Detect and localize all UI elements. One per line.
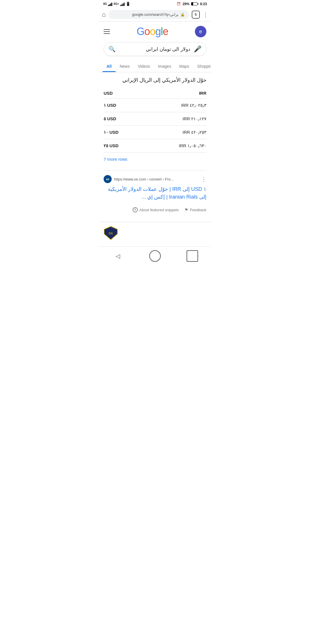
search-bar-wrapper: 🔍 دولار الى تومان ايراني 🎤 xyxy=(99,40,211,61)
about-snippets-label: About featured snippets xyxy=(140,208,179,212)
tab-news[interactable]: News xyxy=(116,61,134,72)
converter-title: حوّل الدولار الأمريكي إلى الريال الإيران… xyxy=(104,77,206,83)
more-rows-link[interactable]: 7 more rows xyxy=(104,153,206,166)
home-button[interactable]: ⌂ xyxy=(102,11,106,18)
question-icon: ? xyxy=(133,207,138,212)
shield-logo: DA xyxy=(104,226,118,240)
bottom-section: DA xyxy=(99,222,211,244)
svg-text:DA: DA xyxy=(109,232,113,235)
signal-bars-1 xyxy=(108,2,112,6)
url-bar[interactable]: 🔒 google.com/search?q=يراني xyxy=(108,10,189,19)
result-menu-button[interactable]: ⋮ xyxy=(201,176,206,183)
lock-icon: 🔒 xyxy=(180,12,185,17)
network-4g-1: 4G xyxy=(103,2,107,5)
tab-maps[interactable]: Maps xyxy=(175,61,193,72)
status-right: ⏰ 29% 8:23 xyxy=(177,2,207,6)
search-bar[interactable]: 🔍 دولار الى تومان ايراني 🎤 xyxy=(104,42,206,56)
table-header: USD IRR xyxy=(104,88,206,99)
recent-apps-button[interactable] xyxy=(187,250,198,262)
alarm-icon: ⏰ xyxy=(177,2,181,6)
xe-logo: xe xyxy=(104,175,112,183)
feedback-label: Feedback xyxy=(190,208,206,212)
result-source: xe https://www.xe.com › convert › Fro...… xyxy=(104,175,206,183)
result-url: https://www.xe.com › convert › Fro... xyxy=(114,177,174,181)
logo-o2: o xyxy=(150,26,155,37)
microphone-icon[interactable]: 🎤 xyxy=(194,45,202,53)
tab-images[interactable]: Images xyxy=(154,61,175,72)
nav-bar: ◁ xyxy=(99,247,211,267)
back-button[interactable]: ◁ xyxy=(112,250,123,262)
feedback-button[interactable]: ⚑ Feedback xyxy=(185,207,206,212)
table-row: ٢٥ USD ١٫٠٥٠٫٦٣٠ IRR xyxy=(104,139,206,153)
url-text: google.com/search?q=يراني xyxy=(132,12,179,17)
google-header: Google e xyxy=(99,22,211,40)
logo-g2: g xyxy=(155,26,161,37)
tab-videos[interactable]: Videos xyxy=(134,61,154,72)
search-icon: 🔍 xyxy=(108,46,116,53)
usd-5: ٥ USD xyxy=(104,116,116,121)
irr-25: ١٫٠٥٠٫٦٣٠ IRR xyxy=(179,143,206,148)
result-title[interactable]: ١ USD إلى IRR | حوّل عملات الدولار الأمر… xyxy=(104,185,206,201)
tab-shopping[interactable]: Shopping xyxy=(193,61,211,72)
currency-table: USD IRR ١ USD ٤٢٫٠٢٥٫٣ IRR ٥ USD ٢١٠٫١٢٧… xyxy=(104,88,206,153)
header-irr: IRR xyxy=(199,91,206,96)
main-content: حوّل الدولار الأمريكي إلى الريال الإيران… xyxy=(99,72,211,219)
battery-percent: 29% xyxy=(183,2,189,6)
result-source-left: xe https://www.xe.com › convert › Fro... xyxy=(104,175,174,183)
status-bar: 4G 4G+ 📱 ⏰ 29% 8:23 xyxy=(99,0,211,8)
irr-1: ٤٢٫٠٢٥٫٣ IRR xyxy=(181,103,206,108)
result-footer: ? About featured snippets ⚑ Feedback xyxy=(104,204,206,214)
google-logo: Google xyxy=(137,26,168,38)
search-tabs: All News Videos Images Maps Shopping xyxy=(99,61,211,72)
browser-menu-icon[interactable]: ⋮ xyxy=(203,11,208,18)
logo-g: G xyxy=(137,26,144,37)
hamburger-menu[interactable] xyxy=(104,29,110,34)
feedback-icon: ⚑ xyxy=(185,207,188,212)
battery-icon xyxy=(191,2,198,5)
table-row: ١ USD ٤٢٫٠٢٥٫٣ IRR xyxy=(104,99,206,112)
search-query[interactable]: دولار الى تومان ايراني xyxy=(119,46,190,52)
table-row: ١٠ USD ٤٢٠٫٢٥٣ IRR xyxy=(104,126,206,139)
table-row: ٥ USD ٢١٠٫١٢٧ IRR xyxy=(104,112,206,126)
logo-l: l xyxy=(161,26,163,37)
browser-bar: ⌂ 🔒 google.com/search?q=يراني 5 ⋮ xyxy=(99,8,211,22)
usd-10: ١٠ USD xyxy=(104,130,119,135)
header-usd: USD xyxy=(104,91,113,96)
search-result: xe https://www.xe.com › convert › Fro...… xyxy=(104,170,206,214)
irr-5: ٢١٠٫١٢٧ IRR xyxy=(183,116,206,121)
irr-10: ٤٢٠٫٢٥٣ IRR xyxy=(183,130,206,135)
about-featured-snippets-button[interactable]: ? About featured snippets xyxy=(133,207,179,212)
tab-all[interactable]: All xyxy=(102,61,116,72)
network-4g-2: 4G+ xyxy=(113,2,119,5)
user-avatar[interactable]: e xyxy=(195,26,206,37)
logo-o1: o xyxy=(144,26,150,37)
signal-bars-2 xyxy=(120,2,125,6)
clock-time: 8:23 xyxy=(200,2,207,6)
tab-count[interactable]: 5 xyxy=(192,11,200,19)
usd-25: ٢٥ USD xyxy=(104,143,119,148)
usd-1: ١ USD xyxy=(104,103,116,108)
whatsapp-icon: 📱 xyxy=(126,2,130,6)
home-nav-button[interactable] xyxy=(149,250,161,262)
logo-e: e xyxy=(163,26,168,37)
status-left: 4G 4G+ 📱 xyxy=(103,2,130,6)
